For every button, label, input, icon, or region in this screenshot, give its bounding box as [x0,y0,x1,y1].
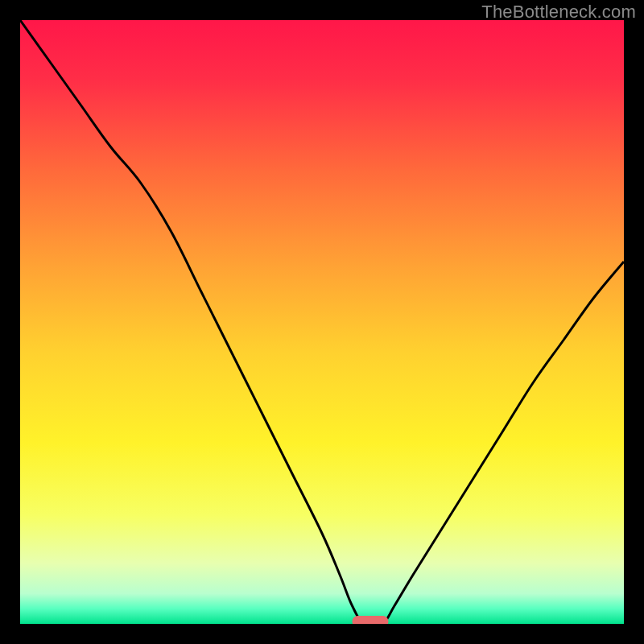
optimal-range-marker [353,616,389,624]
plot-area [20,20,624,624]
chart-frame: TheBottleneck.com [0,0,644,644]
watermark-text: TheBottleneck.com [481,2,636,23]
bottleneck-chart [20,20,624,624]
